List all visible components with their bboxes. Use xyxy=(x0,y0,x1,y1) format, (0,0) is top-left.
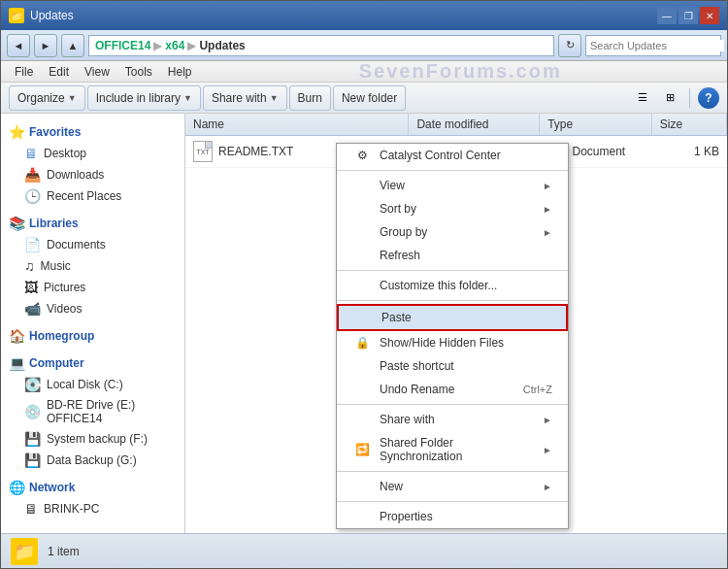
column-header-date[interactable]: Date modified xyxy=(409,114,540,135)
sidebar-favorites-section: ⭐ Favorites 🖥 Desktop 📥 Downloads 🕒 Rece… xyxy=(1,121,184,207)
menu-file[interactable]: File xyxy=(7,63,41,81)
share-with-arrow: ▼ xyxy=(270,93,279,103)
back-button[interactable]: ◄ xyxy=(7,34,30,57)
burn-button[interactable]: Burn xyxy=(289,85,331,111)
ctx-showhide[interactable]: 🔒 Show/Hide Hidden Files xyxy=(337,331,568,354)
sidebar-item-music[interactable]: ♫ Music xyxy=(1,255,184,277)
menu-bar: File Edit View Tools Help SevenForums.co… xyxy=(1,61,727,83)
ctx-group[interactable]: Group by ► xyxy=(337,220,568,244)
ctx-customize[interactable]: Customize this folder... xyxy=(337,274,568,297)
ctx-sort[interactable]: Sort by ► xyxy=(337,197,568,220)
search-input[interactable] xyxy=(590,40,724,51)
ctx-sync-arrow: ► xyxy=(543,445,552,455)
sidebar-libraries-header[interactable]: 📚 Libraries xyxy=(1,213,184,234)
desktop-icon: 🖥 xyxy=(24,146,38,161)
ctx-sync[interactable]: 🔁 Shared Folder Synchronization ► xyxy=(337,431,568,468)
forward-button[interactable]: ► xyxy=(34,34,57,57)
sidebar-item-downloads[interactable]: 📥 Downloads xyxy=(1,164,184,185)
menu-edit[interactable]: Edit xyxy=(41,63,77,81)
path-segment-x64: x64 xyxy=(165,39,184,52)
view-icons-button[interactable]: ⊞ xyxy=(658,86,681,110)
main-content: ⭐ Favorites 🖥 Desktop 📥 Downloads 🕒 Rece… xyxy=(1,114,727,533)
help-button[interactable]: ? xyxy=(698,87,719,109)
address-bar: ◄ ► ▲ OFFICE14 ▶ x64 ▶ Updates ↻ 🔍 xyxy=(1,30,727,61)
watermark: SevenForums.com xyxy=(200,60,721,83)
toolbar: Organize ▼ Include in library ▼ Share wi… xyxy=(1,83,727,114)
column-header-type[interactable]: Type xyxy=(540,114,652,135)
ctx-sep-2 xyxy=(337,270,568,271)
file-size-cell: 1 KB xyxy=(652,143,727,160)
sidebar-computer-header[interactable]: 💻 Computer xyxy=(1,352,184,374)
close-button[interactable]: ✕ xyxy=(700,7,719,24)
file-list[interactable]: Name Date modified Type Size TXT README.… xyxy=(185,114,727,533)
catalyst-icon: ⚙ xyxy=(352,149,372,162)
recent-places-icon: 🕒 xyxy=(24,188,41,204)
libraries-icon: 📚 xyxy=(9,216,25,231)
menu-help[interactable]: Help xyxy=(160,63,200,81)
address-path[interactable]: OFFICE14 ▶ x64 ▶ Updates xyxy=(88,35,554,56)
menu-view[interactable]: View xyxy=(77,63,117,81)
ctx-catalyst[interactable]: ⚙ Catalyst Control Center xyxy=(337,144,568,167)
sidebar-item-data-backup[interactable]: 💾 Data Backup (G:) xyxy=(1,450,184,471)
ctx-view-arrow: ► xyxy=(543,181,552,191)
sidebar-network-header[interactable]: 🌐 Network xyxy=(1,477,184,498)
ctx-group-arrow: ► xyxy=(543,227,552,238)
ctx-undo[interactable]: Undo Rename Ctrl+Z xyxy=(337,378,568,401)
path-segment-updates: Updates xyxy=(199,39,245,52)
up-button[interactable]: ▲ xyxy=(61,34,84,57)
data-backup-icon: 💾 xyxy=(24,452,41,468)
documents-icon: 📄 xyxy=(24,237,41,252)
share-with-button[interactable]: Share with ▼ xyxy=(203,85,287,111)
new-folder-button[interactable]: New folder xyxy=(333,85,406,111)
path-sep-1: ▶ xyxy=(153,39,162,52)
ctx-properties[interactable]: Properties xyxy=(337,505,568,528)
title-bar-left: 📁 Updates xyxy=(9,8,74,23)
sidebar-item-recent-places[interactable]: 🕒 Recent Places xyxy=(1,185,184,207)
sidebar-item-desktop[interactable]: 🖥 Desktop xyxy=(1,143,184,164)
sidebar-item-pictures[interactable]: 🖼 Pictures xyxy=(1,277,184,298)
sidebar-homegroup-header[interactable]: 🏠 Homegroup xyxy=(1,325,184,347)
view-details-button[interactable]: ☰ xyxy=(631,86,654,110)
ctx-refresh[interactable]: Refresh xyxy=(337,244,568,267)
toolbar-right: ☰ ⊞ ? xyxy=(631,86,719,110)
organize-arrow: ▼ xyxy=(68,93,77,103)
status-bar: 📁 1 item xyxy=(1,533,727,568)
column-header-size[interactable]: Size xyxy=(652,114,727,135)
ctx-sync-icon: 🔁 xyxy=(352,443,372,456)
ctx-share-arrow: ► xyxy=(543,415,552,425)
sidebar-item-bd-re-drive[interactable]: 💿 BD-RE Drive (E:) OFFICE14 xyxy=(1,395,184,428)
minimize-button[interactable]: — xyxy=(657,7,677,24)
ctx-view[interactable]: View ► xyxy=(337,174,568,197)
sidebar-favorites-header[interactable]: ⭐ Favorites xyxy=(1,121,184,143)
ctx-new-arrow: ► xyxy=(543,482,552,492)
ctx-new[interactable]: New ► xyxy=(337,475,568,498)
music-icon: ♫ xyxy=(24,258,35,274)
refresh-button[interactable]: ↻ xyxy=(558,34,581,57)
include-library-button[interactable]: Include in library ▼ xyxy=(87,85,201,111)
sidebar-item-documents[interactable]: 📄 Documents xyxy=(1,234,184,255)
sidebar-item-brink-pc[interactable]: 🖥 BRINK-PC xyxy=(1,498,184,519)
sidebar-item-system-backup[interactable]: 💾 System backup (F:) xyxy=(1,428,184,450)
column-header-name[interactable]: Name xyxy=(185,114,409,135)
ctx-sep-4 xyxy=(337,404,568,405)
ctx-showhide-icon: 🔒 xyxy=(352,336,372,350)
include-library-arrow: ▼ xyxy=(183,93,192,103)
videos-icon: 📹 xyxy=(24,301,41,317)
menu-tools[interactable]: Tools xyxy=(117,63,160,81)
ctx-share[interactable]: Share with ► xyxy=(337,408,568,431)
status-folder-icon: 📁 xyxy=(11,538,38,565)
sidebar-item-local-disk[interactable]: 💽 Local Disk (C:) xyxy=(1,374,184,395)
sidebar: ⭐ Favorites 🖥 Desktop 📥 Downloads 🕒 Rece… xyxy=(1,114,185,533)
ctx-paste[interactable]: Paste xyxy=(337,304,568,331)
sidebar-item-videos[interactable]: 📹 Videos xyxy=(1,298,184,319)
ctx-sep-5 xyxy=(337,471,568,472)
ctx-paste-shortcut[interactable]: Paste shortcut xyxy=(337,354,568,378)
txt-file-icon: TXT xyxy=(193,141,213,162)
ctx-sep-1 xyxy=(337,170,568,171)
context-menu: ⚙ Catalyst Control Center View ► Sort by… xyxy=(336,143,569,529)
maximize-button[interactable]: ❐ xyxy=(678,7,698,24)
file-list-header: Name Date modified Type Size xyxy=(185,114,727,136)
organize-button[interactable]: Organize ▼ xyxy=(9,85,85,111)
path-sep-2: ▶ xyxy=(187,39,196,52)
favorites-star-icon: ⭐ xyxy=(9,124,25,140)
